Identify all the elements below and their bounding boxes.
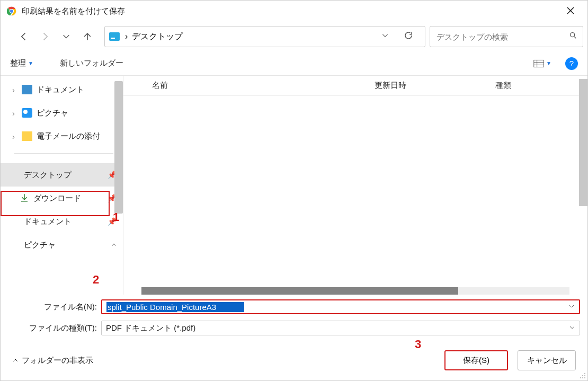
column-date[interactable]: ˅ 更新日時 (375, 81, 495, 91)
pin-icon[interactable]: 📌 (108, 217, 117, 226)
help-button[interactable]: ? (565, 57, 578, 70)
filetype-label: ファイルの種類(T): (8, 323, 101, 333)
new-folder-button[interactable]: 新しいフォルダー (60, 58, 123, 68)
tree-label: ドキュメント (24, 217, 72, 227)
file-list: 名前 ˅ 更新日時 種類 (123, 76, 587, 295)
forward-button[interactable] (34, 26, 56, 47)
filename-input[interactable] (106, 302, 244, 312)
picture-icon (22, 108, 32, 118)
scrollbar-horizontal[interactable] (141, 287, 569, 295)
path-dropdown[interactable] (374, 32, 396, 41)
sort-indicator-icon: ˅ (427, 76, 431, 79)
tree-item-pictures[interactable]: › ピクチャ (1, 101, 123, 125)
filename-area: ファイル名(N): ファイルの種類(T): PDF ドキュメント (*.pdf) (1, 295, 587, 340)
chrome-icon (7, 6, 16, 16)
hide-folders-button[interactable]: フォルダーの非表示 (12, 356, 93, 366)
svg-point-11 (582, 375, 583, 376)
column-name[interactable]: 名前 (152, 81, 375, 91)
back-button[interactable] (13, 26, 34, 47)
tree-label: ドキュメント (37, 85, 84, 95)
quickaccess-desktop[interactable]: デスクトップ 📌 (1, 163, 123, 187)
tree-label: デスクトップ (24, 170, 72, 180)
filename-field-wrap[interactable] (101, 299, 580, 314)
recent-dropdown[interactable] (56, 26, 77, 47)
chevron-up-icon[interactable] (111, 241, 117, 249)
quickaccess-pictures[interactable]: ピクチャ (1, 233, 123, 256)
column-date-label: 更新日時 (375, 81, 406, 90)
tree-label: ピクチャ (24, 240, 56, 250)
window-title: 印刷結果を名前を付けて保存 (22, 6, 125, 16)
organize-label: 整理 (10, 58, 26, 68)
filename-dropdown[interactable] (568, 302, 575, 312)
filetype-select[interactable]: PDF ドキュメント (*.pdf) (101, 321, 580, 335)
svg-point-2 (10, 10, 13, 13)
column-type[interactable]: 種類 (495, 81, 511, 91)
tree-item-email[interactable]: › 電子メールの添付 (1, 125, 123, 148)
svg-point-8 (584, 373, 585, 374)
path-separator: › (125, 32, 128, 41)
nav-toolbar: › デスクトップ (1, 22, 587, 51)
chevron-right-icon[interactable]: › (12, 109, 22, 118)
tree-label: ピクチャ (37, 108, 68, 118)
svg-point-10 (584, 377, 585, 378)
search-icon[interactable] (569, 31, 577, 42)
nav-tree: › ドキュメント › ピクチャ › 電子メールの添付 デスクトッ (1, 76, 123, 295)
titlebar: 印刷結果を名前を付けて保存 (1, 1, 587, 22)
cancel-button[interactable]: キャンセル (518, 350, 576, 370)
folder-icon (22, 131, 32, 141)
footer: フォルダーの非表示 保存(S) キャンセル (1, 340, 587, 380)
search-input[interactable] (435, 32, 569, 42)
tree-label: ダウンロード (33, 193, 81, 203)
svg-point-9 (584, 375, 585, 376)
tree-label: 電子メールの添付 (37, 131, 100, 141)
filetype-value: PDF ドキュメント (*.pdf) (106, 323, 569, 333)
quickaccess-documents[interactable]: ドキュメント 📌 (1, 210, 123, 233)
filename-label: ファイル名(N): (8, 302, 101, 312)
download-icon (20, 193, 29, 204)
svg-rect-4 (534, 60, 544, 67)
save-dialog: 印刷結果を名前を付けて保存 › デスクトップ (0, 0, 588, 381)
desktop-icon (109, 32, 120, 41)
quickaccess-downloads[interactable]: ダウンロード 📌 (1, 187, 123, 210)
address-bar[interactable]: › デスクトップ (104, 26, 425, 47)
save-button[interactable]: 保存(S) (444, 350, 508, 370)
up-button[interactable] (77, 26, 98, 47)
svg-point-13 (580, 377, 581, 378)
view-layout-button[interactable]: ▼ (533, 59, 551, 68)
filetype-dropdown-icon[interactable] (569, 323, 575, 333)
svg-point-12 (582, 377, 583, 378)
chevron-right-icon[interactable]: › (12, 85, 22, 94)
chevron-right-icon[interactable]: › (12, 132, 22, 141)
resize-grip[interactable] (579, 372, 586, 379)
document-icon (22, 85, 32, 94)
organize-menu[interactable]: 整理 ▼ (10, 58, 33, 68)
refresh-button[interactable] (396, 31, 421, 42)
scrollbar-thumb[interactable] (141, 287, 458, 295)
path-crumb[interactable]: デスクトップ (132, 31, 183, 42)
command-bar: 整理 ▼ 新しいフォルダー ▼ ? (1, 51, 587, 76)
scrollbar-vertical[interactable] (579, 79, 587, 206)
close-button[interactable] (560, 0, 581, 22)
divider (14, 153, 113, 154)
search-box[interactable] (430, 26, 583, 47)
svg-point-3 (571, 33, 575, 37)
column-headers: 名前 ˅ 更新日時 種類 (123, 76, 587, 96)
tree-item-documents[interactable]: › ドキュメント (1, 78, 123, 101)
body: › ドキュメント › ピクチャ › 電子メールの添付 デスクトッ (1, 76, 587, 295)
scrollbar-vertical[interactable] (114, 81, 123, 214)
hide-folders-label: フォルダーの非表示 (22, 356, 93, 366)
